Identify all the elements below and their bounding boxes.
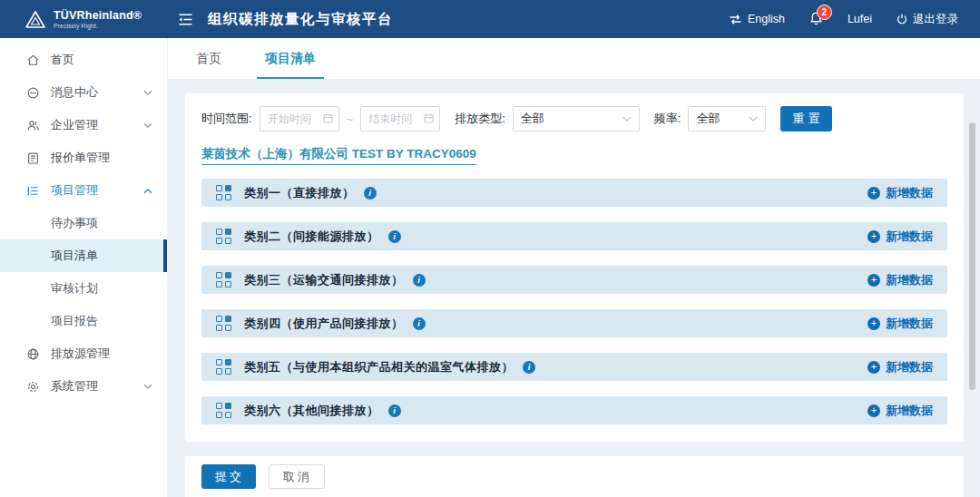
sidebar-item-label: 系统管理 [51,378,98,395]
start-date-input[interactable] [260,106,339,132]
chevron-down-icon [749,116,758,122]
translate-icon [729,14,742,25]
category-grid-icon [216,316,231,331]
add-data-button[interactable]: + 新增数据 [867,229,933,245]
category-grid-icon [216,403,231,418]
language-label: English [748,13,785,25]
sidebar-item-label: 排放源管理 [51,346,110,362]
sidebar-subitem-project-report[interactable]: 项目报告 [0,305,167,337]
sidebar: 首页 消息中心 企业管理 [0,38,168,497]
category-grid-icon [216,185,231,200]
add-data-button[interactable]: + 新增数据 [867,272,933,288]
info-icon[interactable]: i [523,361,535,374]
add-data-button[interactable]: + 新增数据 [867,316,933,332]
emission-source-icon [25,347,40,361]
sidebar-subitem-project-list[interactable]: 项目清单 [0,239,167,272]
sidebar-item-message-center[interactable]: 消息中心 [0,76,167,109]
add-data-label: 新增数据 [886,359,933,375]
notification-badge: 2 [817,5,832,20]
language-switch[interactable]: English [729,13,785,25]
category-label: 类别三（运输交通间接排放） [244,272,404,288]
emission-type-label: 排放类型: [455,111,505,127]
info-icon[interactable]: i [413,274,426,287]
user-menu[interactable]: Lufei [848,13,872,25]
tab-bar: 首页 项目清单 [168,38,980,80]
add-data-label: 新增数据 [886,272,933,288]
power-icon [896,13,908,25]
category-label: 类别四（使用产品间接排放） [244,316,404,332]
category-label: 类别六（其他间接排放） [244,403,379,419]
category-grid-icon [216,359,231,375]
vertical-scrollbar[interactable] [969,122,975,390]
emission-type-value: 全部 [521,111,622,127]
add-data-label: 新增数据 [886,185,933,201]
add-data-button[interactable]: + 新增数据 [867,403,933,419]
plus-icon: + [867,230,880,243]
chevron-down-icon [143,122,152,129]
content-area: 时间范围: ~ 排放类型: [168,80,980,497]
sidebar-item-quotation-mgmt[interactable]: 报价单管理 [0,141,167,174]
emission-type-select[interactable]: 全部 [513,106,640,132]
header-actions: English 2 Lufei 退出 [729,11,980,27]
tab-home[interactable]: 首页 [193,38,224,79]
project-list-card: 时间范围: ~ 排放类型: [185,93,964,442]
sidebar-item-home[interactable]: 首页 [0,44,167,76]
settings-gear-icon [25,380,40,394]
info-icon[interactable]: i [388,230,401,243]
sidebar-item-system-mgmt[interactable]: 系统管理 [0,370,167,403]
reset-button[interactable]: 重置 [780,106,832,132]
plus-icon: + [867,187,880,200]
home-icon [25,54,40,67]
category-row-6: 类别六（其他间接排放） i + 新增数据 [201,396,947,424]
add-data-button[interactable]: + 新增数据 [867,185,933,201]
logout-button[interactable]: 退出登录 [896,12,958,27]
chevron-down-icon [622,116,632,122]
end-date-picker[interactable] [360,106,440,132]
info-icon[interactable]: i [364,187,377,200]
category-grid-icon [216,229,231,244]
filter-row: 时间范围: ~ 排放类型: [201,106,947,132]
sidebar-subitem-audit-plan[interactable]: 审核计划 [0,272,167,305]
message-icon [25,86,40,100]
plus-icon: + [867,361,880,374]
category-row-1: 类别一（直接排放） i + 新增数据 [201,179,947,207]
logout-label: 退出登录 [913,12,958,27]
sidebar-item-emission-source-mgmt[interactable]: 排放源管理 [0,337,167,370]
plus-icon: + [867,404,880,417]
add-data-button[interactable]: + 新增数据 [867,359,933,375]
frequency-select[interactable]: 全部 [688,106,766,132]
submit-button[interactable]: 提交 [201,464,256,489]
chevron-down-icon [143,384,152,390]
sidebar-item-label: 报价单管理 [51,150,110,166]
top-header: TÜVRheinland® Precisely Right. 组织碳排放量化与审… [0,0,980,38]
plus-icon: + [867,274,880,287]
chevron-up-icon [143,188,152,194]
app-root: TÜVRheinland® Precisely Right. 组织碳排放量化与审… [0,0,980,497]
category-row-4: 类别四（使用产品间接排放） i + 新增数据 [201,309,947,337]
category-row-2: 类别二（间接能源排放） i + 新增数据 [201,222,947,250]
tab-project-list[interactable]: 项目清单 [262,38,318,79]
sidebar-item-enterprise-mgmt[interactable]: 企业管理 [0,109,167,141]
frequency-label: 频率: [654,111,681,127]
menu-collapse-icon[interactable] [178,13,193,26]
cancel-button[interactable]: 取消 [269,464,325,489]
add-data-label: 新增数据 [886,403,933,419]
frequency-value: 全部 [696,111,749,127]
team-icon [25,119,40,132]
brand-tagline: Precisely Right. [54,23,142,29]
start-date-picker[interactable] [260,106,339,132]
range-separator: ~ [347,112,354,126]
brand-name: TÜVRheinland® [54,9,142,22]
footer-action-bar: 提交 取消 [185,456,964,497]
sidebar-item-label: 项目管理 [51,182,98,199]
notifications-button[interactable]: 2 [808,11,824,27]
sidebar-item-project-mgmt[interactable]: 项目管理 [0,174,167,207]
info-icon[interactable]: i [388,404,401,417]
category-label: 类别二（间接能源排放） [244,229,379,245]
end-date-input[interactable] [360,106,440,132]
company-link[interactable]: 莱茵技术（上海）有限公司 TEST BY TRACY0609 [201,146,476,165]
add-data-label: 新增数据 [886,229,933,245]
info-icon[interactable]: i [413,317,426,330]
sidebar-subitem-todo[interactable]: 待办事项 [0,207,167,239]
plus-icon: + [867,317,880,330]
